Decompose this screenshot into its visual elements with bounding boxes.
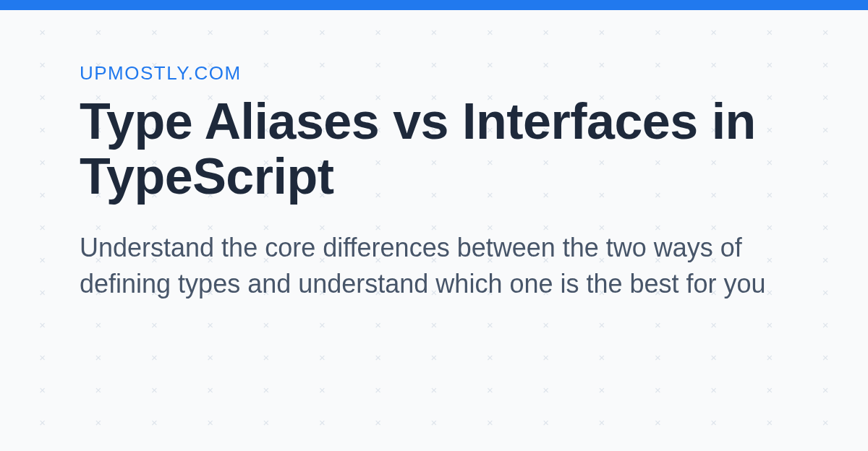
top-accent-bar bbox=[0, 0, 868, 10]
article-title: Type Aliases vs Interfaces in TypeScript bbox=[80, 95, 788, 204]
article-description: Understand the core differences between … bbox=[80, 230, 788, 301]
content-area: UPMOSTLY.COM Type Aliases vs Interfaces … bbox=[0, 10, 868, 302]
site-label: UPMOSTLY.COM bbox=[80, 62, 788, 85]
